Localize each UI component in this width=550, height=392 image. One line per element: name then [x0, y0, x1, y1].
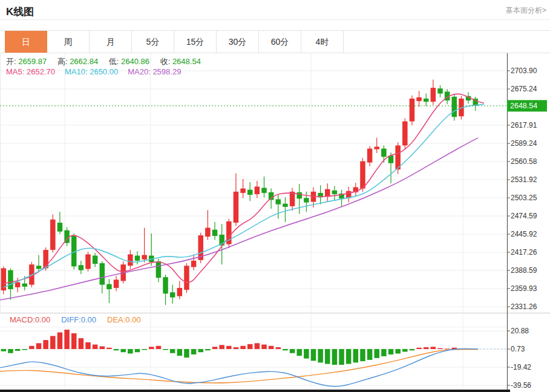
candle-body: [452, 97, 457, 117]
macd-bar: [325, 349, 330, 364]
macd-bar: [388, 349, 394, 354]
candle-body: [283, 204, 288, 207]
diff-value: DIFF:0.00: [61, 315, 96, 324]
macd-bar: [219, 345, 224, 349]
tab-month[interactable]: 月: [90, 31, 132, 53]
macd-bar: [36, 343, 42, 349]
price-tick-label: 2703.90: [511, 67, 537, 75]
candles-layer: [1, 80, 478, 305]
fundamental-analysis-link[interactable]: 基本面分析>: [506, 5, 546, 16]
price-tick-label: 2617.91: [511, 121, 537, 129]
candle-body: [114, 279, 119, 288]
candle-body: [374, 147, 379, 149]
tab-60min[interactable]: 60分: [259, 31, 301, 53]
ma-lines-layer: [0, 94, 484, 299]
high-label: 高:: [57, 57, 68, 66]
candle-body: [22, 284, 27, 287]
macd-bar: [8, 349, 13, 353]
macd-panel: 20.880.73-19.42-39.56 MACD:0.00DIFF:0.00…: [0, 313, 550, 392]
candle-body: [184, 266, 189, 290]
macd-bar: [374, 349, 379, 358]
candle-body: [290, 192, 295, 206]
tab-30min[interactable]: 30分: [217, 31, 259, 53]
page-title: K线图: [6, 5, 34, 19]
macd-tick-label: -19.42: [511, 363, 531, 371]
candle-body: [100, 263, 105, 285]
price-tick-label: 2359.93: [511, 284, 537, 293]
macd-bar: [135, 349, 140, 352]
macd-bar: [170, 349, 175, 353]
macd-bar: [353, 349, 359, 362]
macd-bar: [276, 347, 281, 349]
price-tick-label: 2560.58: [511, 157, 537, 166]
macd-bar: [290, 349, 295, 353]
macd-bar: [212, 347, 218, 349]
macd-bar: [177, 349, 183, 356]
candle-body: [240, 189, 246, 193]
macd-bar: [205, 349, 211, 350]
open-label: 开:: [6, 57, 16, 66]
macd-bar: [261, 345, 267, 349]
widget-header: K线图 基本面分析>: [0, 0, 550, 20]
price-tick-label: 2531.92: [511, 175, 537, 184]
candle-body: [431, 88, 436, 102]
macd-bar: [191, 349, 197, 354]
macd-tick-label: -39.56: [511, 381, 531, 390]
candle-body: [332, 191, 338, 194]
candle-body: [410, 99, 415, 122]
macd-bar: [402, 349, 408, 351]
macd-chart: 20.880.73-19.42-39.56: [0, 313, 550, 392]
candle-body: [128, 254, 133, 266]
candle-body: [367, 149, 373, 163]
tab-week[interactable]: 周: [47, 31, 90, 53]
macd-grid-layer: [0, 314, 507, 390]
dea-value: DEA:0.00: [107, 315, 141, 324]
tab-5min[interactable]: 5分: [132, 31, 174, 53]
macd-bar: [269, 346, 274, 349]
candle-body: [85, 254, 91, 269]
macd-lines: [0, 349, 507, 387]
macd-bar: [424, 347, 429, 349]
macd-bar: [283, 349, 288, 350]
macd-bar: [79, 338, 84, 349]
price-tick-label: 2417.26: [511, 248, 537, 256]
macd-bar: [332, 349, 338, 365]
macd-histogram: [1, 330, 478, 365]
macd-bar: [43, 340, 48, 349]
ma20-readout: MA20: 2598.29: [128, 67, 181, 76]
price-tick-label: 2388.59: [511, 266, 537, 275]
candle-body: [255, 186, 260, 194]
macd-bar: [71, 333, 77, 349]
candle-body: [416, 97, 422, 101]
price-axis: 2703.902675.242617.912589.242560.582531.…: [507, 53, 547, 313]
macd-bar: [29, 346, 34, 349]
tab-4hour[interactable]: 4时: [301, 31, 344, 53]
period-tabs: 日周月5分15分30分60分4时: [0, 30, 550, 53]
macd-bar: [64, 330, 70, 349]
ma10-readout: MA10: 2650.00: [65, 67, 118, 76]
candle-body: [325, 189, 330, 197]
ohlc-readout: 开: 2659.87 高: 2662.84 低: 2640.86 收: 2648…: [6, 56, 209, 67]
macd-bar: [234, 347, 239, 349]
macd-bar: [100, 347, 105, 349]
macd-readout: MACD:0.00DIFF:0.00DEA:0.00: [10, 315, 141, 324]
macd-bar: [381, 349, 387, 356]
tab-15min[interactable]: 15分: [174, 31, 217, 53]
kline-widget: K线图 基本面分析> 日周月5分15分30分60分4时 2703.902675.…: [0, 0, 550, 392]
price-tick-label: 2445.92: [511, 230, 537, 238]
macd-bar: [128, 349, 133, 353]
macd-bar: [120, 349, 126, 352]
macd-bar: [311, 349, 316, 361]
macd-bar: [395, 349, 401, 353]
candle-body: [261, 188, 267, 193]
candle-body: [381, 149, 387, 157]
macd-bar: [163, 349, 168, 350]
macd-bar: [93, 345, 98, 349]
candle-body: [424, 99, 429, 102]
macd-bar: [226, 346, 232, 349]
close-value: 2648.54: [172, 57, 201, 66]
close-label: 收:: [160, 57, 171, 66]
tab-day[interactable]: 日: [5, 31, 47, 53]
macd-bar: [184, 349, 189, 358]
candle-body: [388, 155, 394, 163]
